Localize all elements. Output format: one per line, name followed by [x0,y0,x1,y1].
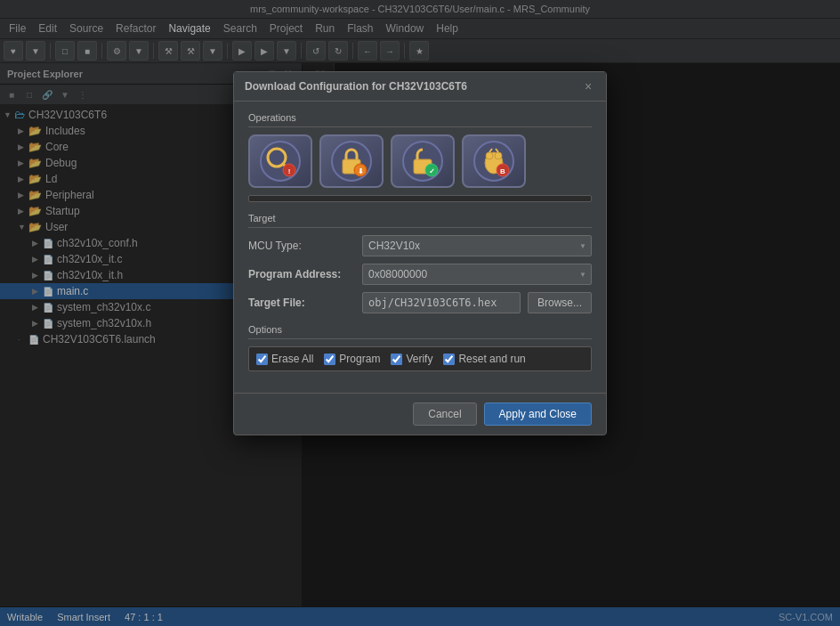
operations-section: Operations ! [248,112,592,202]
mcu-type-select[interactable]: CH32V10x [362,235,592,256]
checkbox-verify-label: Verify [406,353,432,365]
op-button-program[interactable]: ⬇ [319,134,384,188]
mcu-type-row: MCU Type: CH32V10x [248,235,592,256]
target-label: Target [248,213,592,228]
browse-button[interactable]: Browse... [528,292,592,313]
checkbox-program[interactable]: Program [324,353,380,365]
op-button-erase[interactable]: ! [248,134,312,188]
checkbox-verify[interactable]: Verify [391,353,432,365]
download-config-dialog: Download Configuration for CH32V103C6T6 … [233,71,607,435]
target-file-row: Target File: Browse... [248,292,592,313]
dialog-titlebar: Download Configuration for CH32V103C6T6 … [234,72,606,102]
operations-progress-bar [248,195,592,202]
op-icon-program: ⬇ [330,140,373,183]
cancel-button[interactable]: Cancel [413,402,476,426]
target-section: Target MCU Type: CH32V10x Program Ad [248,213,592,313]
options-section: Options Erase All Program Verify [248,324,592,371]
svg-text:!: ! [288,167,291,175]
op-icon-verify: ✓ [401,140,444,183]
svg-point-15 [486,152,493,159]
target-file-label: Target File: [248,297,355,309]
apply-and-close-button[interactable]: Apply and Close [484,402,592,426]
checkbox-reset-run-input[interactable] [443,354,455,365]
op-icon-debug: B [472,140,515,183]
program-address-row: Program Address: 0x08000000 [248,264,592,285]
mcu-type-select-wrapper: CH32V10x [362,235,592,256]
svg-text:✓: ✓ [429,167,435,175]
op-icon-erase: ! [259,140,302,183]
operations-label: Operations [248,112,592,127]
dialog-close-button[interactable]: × [581,79,595,93]
target-file-input[interactable] [362,292,521,313]
svg-text:⬇: ⬇ [358,167,364,175]
checkbox-reset-run-label: Reset and run [458,353,525,365]
options-checkboxes-row: Erase All Program Verify Reset and run [248,346,592,371]
dialog-body: Operations ! [234,102,606,393]
svg-point-0 [261,142,300,181]
op-button-verify[interactable]: ✓ [391,134,455,188]
checkbox-erase-all[interactable]: Erase All [256,353,313,365]
dialog-footer: Cancel Apply and Close [234,393,606,435]
svg-point-16 [495,152,502,159]
options-label: Options [248,324,592,339]
checkbox-verify-input[interactable] [391,354,402,365]
svg-text:B: B [500,167,505,175]
checkbox-program-input[interactable] [324,354,335,365]
checkbox-erase-all-input[interactable] [256,354,268,365]
program-address-select-wrapper: 0x08000000 [362,264,592,285]
checkbox-reset-run[interactable]: Reset and run [443,353,525,365]
dialog-overlay: Download Configuration for CH32V103C6T6 … [0,0,840,626]
operations-buttons-row: ! ⬇ [248,134,592,188]
program-address-label: Program Address: [248,268,355,280]
mcu-type-label: MCU Type: [248,240,355,252]
program-address-select[interactable]: 0x08000000 [362,264,592,285]
checkbox-erase-all-label: Erase All [271,353,313,365]
checkbox-program-label: Program [339,353,380,365]
dialog-title: Download Configuration for CH32V103C6T6 [245,80,467,93]
op-button-debug[interactable]: B [462,134,526,188]
